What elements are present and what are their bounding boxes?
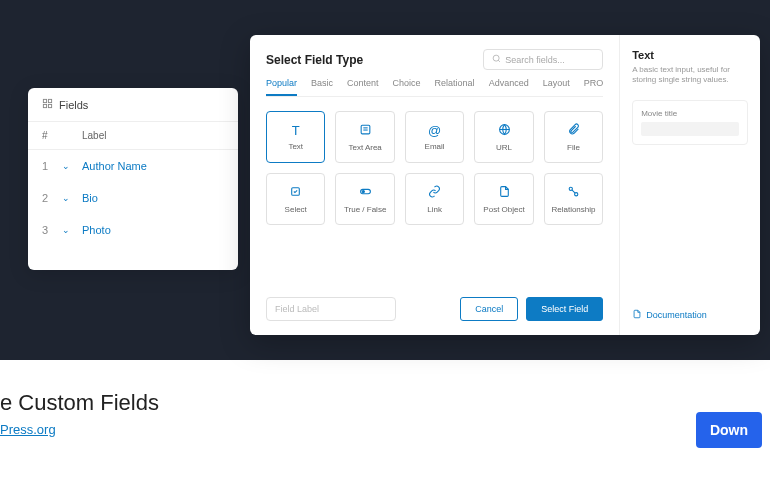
table-row[interactable]: 2 ⌄ Bio: [28, 182, 238, 214]
field-type-label: URL: [496, 143, 512, 152]
row-number: 3: [42, 224, 62, 236]
field-type-preview: Text A basic text input, useful for stor…: [620, 35, 760, 335]
field-type-url[interactable]: URL: [474, 111, 533, 163]
fields-panel-header: Fields: [28, 88, 238, 122]
page-title: e Custom Fields: [0, 390, 159, 416]
field-type-label: Relationship: [551, 205, 595, 214]
preview-title: Text: [632, 49, 748, 61]
field-type-email[interactable]: @ Email: [405, 111, 464, 163]
table-row[interactable]: 1 ⌄ Author Name: [28, 150, 238, 182]
field-type-label: File: [567, 143, 580, 152]
field-type-textarea[interactable]: Text Area: [335, 111, 394, 163]
link-icon: [428, 185, 441, 201]
search-icon: [492, 54, 501, 65]
field-type-select[interactable]: Select: [266, 173, 325, 225]
source-link[interactable]: Press.org: [0, 422, 56, 437]
chevron-down-icon[interactable]: ⌄: [62, 161, 82, 171]
tab-layout[interactable]: Layout: [543, 78, 570, 96]
documentation-link[interactable]: Documentation: [632, 309, 748, 321]
field-type-file[interactable]: File: [544, 111, 603, 163]
field-type-label: Select: [285, 205, 307, 214]
tab-relational[interactable]: Relational: [435, 78, 475, 96]
row-number: 2: [42, 192, 62, 204]
search-placeholder: Search fields...: [505, 55, 565, 65]
column-num-header: #: [42, 130, 62, 141]
field-type-label: Text Area: [348, 143, 381, 152]
select-icon: [289, 185, 302, 201]
svg-point-13: [362, 190, 364, 192]
svg-rect-0: [43, 99, 46, 102]
fields-table-header: # Label: [28, 122, 238, 150]
document-icon: [632, 309, 642, 321]
toggle-icon: [359, 185, 372, 201]
field-type-text[interactable]: T Text: [266, 111, 325, 163]
svg-rect-3: [48, 104, 51, 107]
select-field-button[interactable]: Select Field: [526, 297, 603, 321]
svg-line-5: [498, 60, 500, 62]
svg-line-16: [572, 189, 575, 192]
preview-description: A basic text input, useful for storing s…: [632, 65, 748, 86]
email-icon: @: [428, 123, 441, 138]
fields-icon: [42, 98, 53, 111]
tab-pro[interactable]: PRO: [584, 78, 604, 96]
column-label-header: Label: [82, 130, 106, 141]
field-type-modal: Select Field Type Search fields... Popul…: [250, 35, 760, 335]
preview-input: [641, 122, 739, 136]
textarea-icon: [359, 123, 372, 139]
field-type-truefalse[interactable]: True / False: [335, 173, 394, 225]
download-button[interactable]: Down: [696, 412, 762, 448]
preview-field-label: Movie title: [641, 109, 739, 118]
field-type-label: Post Object: [483, 205, 524, 214]
fields-panel-title: Fields: [59, 99, 88, 111]
field-type-link[interactable]: Link: [405, 173, 464, 225]
text-icon: T: [292, 123, 300, 138]
paperclip-icon: [567, 123, 580, 139]
field-type-label: Text: [288, 142, 303, 151]
field-type-relationship[interactable]: Relationship: [544, 173, 603, 225]
document-icon: [498, 185, 511, 201]
field-type-label: Email: [425, 142, 445, 151]
tab-content[interactable]: Content: [347, 78, 379, 96]
search-input[interactable]: Search fields...: [483, 49, 603, 70]
row-label[interactable]: Author Name: [82, 160, 147, 172]
globe-icon: [498, 123, 511, 139]
chevron-down-icon[interactable]: ⌄: [62, 193, 82, 203]
row-label[interactable]: Photo: [82, 224, 111, 236]
field-type-postobject[interactable]: Post Object: [474, 173, 533, 225]
tab-advanced[interactable]: Advanced: [489, 78, 529, 96]
page-bottom: e Custom Fields Press.org Down: [0, 360, 770, 448]
chevron-down-icon[interactable]: ⌄: [62, 225, 82, 235]
table-row[interactable]: 3 ⌄ Photo: [28, 214, 238, 246]
fields-panel: Fields # Label 1 ⌄ Author Name 2 ⌄ Bio 3…: [28, 88, 238, 270]
row-number: 1: [42, 160, 62, 172]
relationship-icon: [567, 185, 580, 201]
svg-point-4: [493, 55, 499, 61]
field-type-label: True / False: [344, 205, 386, 214]
tab-basic[interactable]: Basic: [311, 78, 333, 96]
modal-title: Select Field Type: [266, 53, 363, 67]
svg-rect-2: [43, 104, 46, 107]
field-label-input[interactable]: Field Label: [266, 297, 396, 321]
svg-rect-1: [48, 99, 51, 102]
cancel-button[interactable]: Cancel: [460, 297, 518, 321]
tab-choice[interactable]: Choice: [393, 78, 421, 96]
field-type-label: Link: [427, 205, 442, 214]
tab-popular[interactable]: Popular: [266, 78, 297, 96]
tabs: Popular Basic Content Choice Relational …: [266, 78, 603, 97]
row-label[interactable]: Bio: [82, 192, 98, 204]
preview-box: Movie title: [632, 100, 748, 145]
